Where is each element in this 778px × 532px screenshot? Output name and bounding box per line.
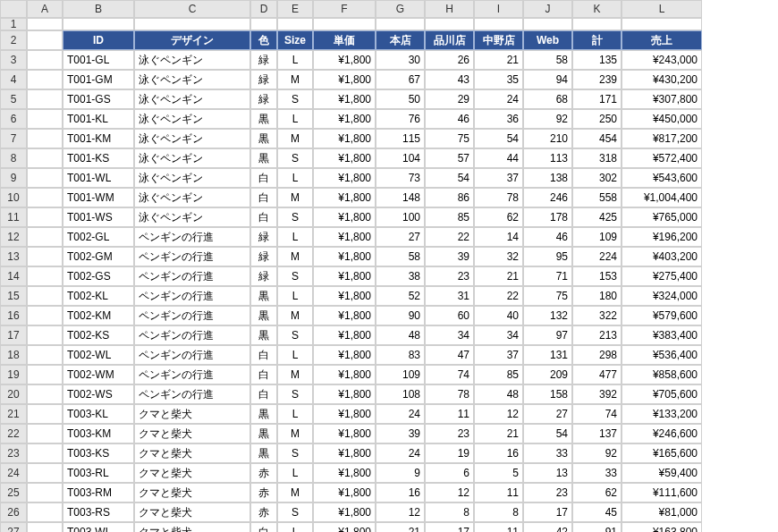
cell-A11[interactable]: [27, 207, 63, 227]
cell-sales[interactable]: ¥81,000: [622, 502, 702, 522]
col-header-B[interactable]: B: [63, 0, 134, 18]
cell-i[interactable]: 11: [474, 483, 523, 502]
cell-i[interactable]: 21: [474, 50, 523, 70]
cell-color[interactable]: 緑: [250, 266, 277, 286]
cell-j[interactable]: 68: [523, 89, 572, 109]
cell-id[interactable]: T003-RS: [63, 502, 134, 522]
row-header-19[interactable]: 19: [0, 365, 27, 384]
cell-unit[interactable]: ¥1,800: [313, 306, 376, 325]
cell-unit[interactable]: ¥1,800: [313, 483, 376, 502]
cell-g[interactable]: 48: [376, 325, 425, 345]
cell-sales[interactable]: ¥307,800: [622, 89, 702, 109]
col-header-D[interactable]: D: [250, 0, 277, 18]
cell-A22[interactable]: [27, 424, 63, 443]
cell-i[interactable]: 78: [474, 188, 523, 207]
cell-i[interactable]: 5: [474, 463, 523, 483]
cell-i[interactable]: 34: [474, 325, 523, 345]
cell-k[interactable]: 135: [572, 50, 622, 70]
row-header-27[interactable]: 27: [0, 522, 27, 532]
cell-design[interactable]: クマと柴犬: [134, 502, 250, 522]
cell-id[interactable]: T001-WL: [63, 168, 134, 188]
cell-g[interactable]: 38: [376, 266, 425, 286]
cell-i[interactable]: 62: [474, 207, 523, 227]
cell-color[interactable]: 赤: [250, 483, 277, 502]
cell-design[interactable]: 泳ぐペンギン: [134, 89, 250, 109]
cell-j[interactable]: 132: [523, 306, 572, 325]
cell-design[interactable]: 泳ぐペンギン: [134, 50, 250, 70]
cell-id[interactable]: T001-KM: [63, 129, 134, 148]
cell-h[interactable]: 74: [425, 365, 474, 384]
cell-g[interactable]: 108: [376, 384, 425, 404]
cell-k[interactable]: 45: [572, 502, 622, 522]
cell-size[interactable]: S: [277, 207, 313, 227]
cell-unit[interactable]: ¥1,800: [313, 247, 376, 266]
cell-j[interactable]: 13: [523, 463, 572, 483]
cell-g[interactable]: 50: [376, 89, 425, 109]
cell-k[interactable]: 425: [572, 207, 622, 227]
cell-color[interactable]: 白: [250, 168, 277, 188]
cell-h[interactable]: 75: [425, 129, 474, 148]
cell-k[interactable]: 33: [572, 463, 622, 483]
cell-i[interactable]: 37: [474, 168, 523, 188]
cell-k[interactable]: 213: [572, 325, 622, 345]
cell-A12[interactable]: [27, 227, 63, 247]
cell-sales[interactable]: ¥450,000: [622, 109, 702, 129]
cell-unit[interactable]: ¥1,800: [313, 188, 376, 207]
cell-i[interactable]: 24: [474, 89, 523, 109]
cell-sales[interactable]: ¥817,200: [622, 129, 702, 148]
cell-i[interactable]: 44: [474, 148, 523, 168]
cell-A14[interactable]: [27, 266, 63, 286]
cell-h[interactable]: 57: [425, 148, 474, 168]
cell-h[interactable]: 43: [425, 70, 474, 89]
cell-g[interactable]: 30: [376, 50, 425, 70]
cell-g[interactable]: 24: [376, 404, 425, 424]
cell-A15[interactable]: [27, 286, 63, 306]
cell-empty[interactable]: [622, 18, 702, 30]
cell-j[interactable]: 92: [523, 109, 572, 129]
cell-A21[interactable]: [27, 404, 63, 424]
cell-design[interactable]: 泳ぐペンギン: [134, 188, 250, 207]
cell-unit[interactable]: ¥1,800: [313, 266, 376, 286]
col-header-G[interactable]: G: [376, 0, 425, 18]
cell-color[interactable]: 黒: [250, 443, 277, 463]
cell-empty[interactable]: [250, 18, 277, 30]
cell-h[interactable]: 23: [425, 424, 474, 443]
cell-k[interactable]: 298: [572, 345, 622, 365]
cell-i[interactable]: 8: [474, 502, 523, 522]
cell-size[interactable]: M: [277, 483, 313, 502]
row-header-11[interactable]: 11: [0, 207, 27, 227]
cell-color[interactable]: 緑: [250, 70, 277, 89]
col-header-I[interactable]: I: [474, 0, 523, 18]
cell-design[interactable]: ペンギンの行進: [134, 365, 250, 384]
row-header-23[interactable]: 23: [0, 443, 27, 463]
cell-size[interactable]: L: [277, 168, 313, 188]
cell-empty[interactable]: [134, 18, 250, 30]
cell-size[interactable]: M: [277, 247, 313, 266]
cell-empty[interactable]: [425, 18, 474, 30]
cell-color[interactable]: 白: [250, 345, 277, 365]
cell-size[interactable]: M: [277, 129, 313, 148]
cell-unit[interactable]: ¥1,800: [313, 443, 376, 463]
cell-g[interactable]: 148: [376, 188, 425, 207]
cell-j[interactable]: 95: [523, 247, 572, 266]
cell-A16[interactable]: [27, 306, 63, 325]
cell-k[interactable]: 454: [572, 129, 622, 148]
cell-i[interactable]: 11: [474, 522, 523, 532]
cell-i[interactable]: 85: [474, 365, 523, 384]
cell-j[interactable]: 94: [523, 70, 572, 89]
cell-unit[interactable]: ¥1,800: [313, 207, 376, 227]
col-header-A[interactable]: A: [27, 0, 63, 18]
cell-h[interactable]: 46: [425, 109, 474, 129]
cell-i[interactable]: 12: [474, 404, 523, 424]
cell-sales[interactable]: ¥133,200: [622, 404, 702, 424]
row-header-8[interactable]: 8: [0, 148, 27, 168]
cell-sales[interactable]: ¥579,600: [622, 306, 702, 325]
cell-A6[interactable]: [27, 109, 63, 129]
cell-h[interactable]: 34: [425, 325, 474, 345]
cell-id[interactable]: T002-WL: [63, 345, 134, 365]
cell-color[interactable]: 白: [250, 207, 277, 227]
cell-id[interactable]: T002-GM: [63, 247, 134, 266]
cell-design[interactable]: 泳ぐペンギン: [134, 109, 250, 129]
cell-sales[interactable]: ¥543,600: [622, 168, 702, 188]
cell-color[interactable]: 黒: [250, 424, 277, 443]
